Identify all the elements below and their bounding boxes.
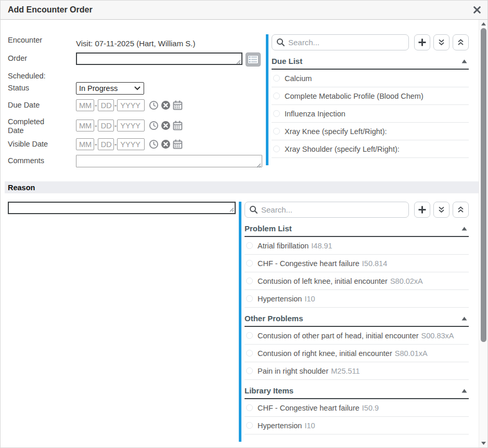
- list-item[interactable]: Contusion of right knee, initial encount…: [245, 345, 469, 362]
- collapse-all-icon: [457, 38, 465, 46]
- due-search-input[interactable]: [272, 34, 409, 50]
- list-item[interactable]: Complete Metabolic Profile (Blood Chem): [272, 87, 469, 105]
- collapse-section-icon[interactable]: [461, 389, 467, 393]
- scrollbar-thumb[interactable]: [481, 28, 486, 342]
- visible-date-clear-button[interactable]: [161, 139, 171, 149]
- radio-icon: [246, 242, 253, 249]
- section-header[interactable]: Problem List: [245, 222, 469, 237]
- encounter-label: Encounter: [8, 34, 76, 48]
- due-date-time-button[interactable]: [149, 100, 159, 110]
- close-button[interactable]: [472, 5, 482, 15]
- section-header[interactable]: Other Problems: [245, 312, 469, 327]
- item-text: Influenza Injection: [285, 110, 345, 118]
- clock-icon: [149, 100, 159, 110]
- list-item[interactable]: HypertensionI10: [245, 290, 469, 308]
- add-encounter-order-dialog: Add Encounter Order Encounter Visit: 07-…: [0, 0, 488, 448]
- add-icon: [418, 205, 427, 214]
- item-text: Calcium: [285, 74, 312, 83]
- completed-date-time-button[interactable]: [149, 121, 159, 130]
- reason-collapse-all-button[interactable]: [453, 202, 469, 218]
- problem-list-panel: Problem ListAtrial fibrillationI48.91CHF…: [239, 202, 469, 442]
- list-item[interactable]: Pain in right shoulderM25.511: [245, 362, 469, 380]
- scrollbar-up-icon[interactable]: [481, 22, 486, 25]
- radio-icon: [246, 367, 253, 374]
- due-list-panel: Due ListCalciumComplete Metabolic Profil…: [266, 34, 469, 165]
- item-code: S00.83xA: [421, 332, 454, 340]
- list-item[interactable]: CHF - Congestive heart failureI50.9: [245, 399, 469, 417]
- due-date-label: Due Date: [8, 99, 76, 111]
- due-date-dd-input[interactable]: [98, 99, 114, 111]
- due-search-box: [272, 34, 409, 50]
- radio-icon: [273, 128, 280, 135]
- visible-date-dd-input[interactable]: [98, 138, 114, 150]
- item-text: CHF - Congestive heart failure: [258, 404, 359, 412]
- item-text: Xray Knee (specify Left/Right):: [285, 127, 387, 136]
- date-separator: -: [95, 122, 97, 130]
- reason-search-input[interactable]: [245, 202, 409, 218]
- visible-date-mm-input[interactable]: [76, 138, 94, 150]
- due-date-clear-button[interactable]: [161, 100, 171, 110]
- order-input[interactable]: [76, 52, 242, 65]
- list-item[interactable]: Influenza Injection: [272, 105, 469, 123]
- list-item[interactable]: Atrial fibrillationI48.91: [245, 237, 469, 255]
- dialog-titlebar: Add Encounter Order: [1, 1, 487, 20]
- scrollbar-down-icon[interactable]: [481, 442, 486, 445]
- clock-icon: [149, 139, 159, 149]
- due-date-calendar-button[interactable]: [173, 100, 183, 110]
- visible-date-time-button[interactable]: [149, 139, 159, 149]
- visible-date-calendar-button[interactable]: [173, 139, 183, 149]
- comments-input[interactable]: [76, 155, 262, 167]
- item-code: I50.814: [362, 259, 387, 268]
- reason-input[interactable]: [8, 202, 236, 214]
- clear-icon: [161, 100, 171, 110]
- due-collapse-all-button[interactable]: [453, 34, 469, 50]
- item-code: S80.01xA: [395, 349, 428, 358]
- due-date-group: - -: [76, 99, 183, 111]
- list-item[interactable]: Contusion of left knee, initial encounte…: [245, 272, 469, 290]
- list-item[interactable]: HypertensionI10: [245, 417, 469, 434]
- collapse-section-icon[interactable]: [461, 59, 467, 63]
- expand-all-icon: [438, 206, 445, 214]
- visible-date-yyyy-input[interactable]: [117, 138, 145, 150]
- item-text: Xray Shoulder (specify Left/Right):: [285, 145, 400, 153]
- list-item[interactable]: Contusion of other part of head, initial…: [245, 327, 469, 345]
- reason-expand-all-button[interactable]: [433, 202, 450, 218]
- item-text: Complete Metabolic Profile (Blood Chem): [285, 92, 423, 100]
- completed-date-yyyy-input[interactable]: [117, 120, 145, 131]
- section-header[interactable]: Due List: [272, 55, 469, 70]
- radio-icon: [246, 404, 253, 411]
- list-item[interactable]: Xray Knee (specify Left/Right):: [272, 123, 469, 140]
- item-text: Contusion of left knee, initial encounte…: [258, 277, 388, 285]
- completed-date-calendar-button[interactable]: [173, 121, 183, 130]
- section-header[interactable]: Library Items: [245, 385, 469, 399]
- due-date-yyyy-input[interactable]: [117, 99, 145, 111]
- due-date-mm-input[interactable]: [76, 99, 94, 111]
- search-icon: [249, 205, 258, 214]
- scrollbar[interactable]: [479, 20, 487, 447]
- completed-date-mm-input[interactable]: [76, 120, 94, 131]
- dialog-body: Encounter Visit: 07-11-2025 (Hart, Willi…: [1, 20, 479, 447]
- collapse-section-icon[interactable]: [461, 317, 467, 321]
- item-text: Pain in right shoulder: [258, 367, 328, 375]
- list-item[interactable]: CHF - Congestive heart failureI50.814: [245, 255, 469, 272]
- item-text: Atrial fibrillation: [258, 242, 309, 250]
- completed-date-dd-input[interactable]: [98, 120, 114, 131]
- order-lookup-button[interactable]: [246, 52, 261, 67]
- due-expand-all-button[interactable]: [433, 34, 450, 50]
- radio-icon: [273, 110, 280, 117]
- status-select[interactable]: In Progress: [76, 82, 144, 95]
- clear-icon: [161, 121, 171, 130]
- visible-date-group: - -: [76, 138, 183, 150]
- list-item[interactable]: Xray Shoulder (specify Left/Right):: [272, 140, 469, 158]
- due-add-button[interactable]: [414, 34, 430, 50]
- item-code: M25.511: [331, 367, 359, 375]
- list-item[interactable]: Calcium: [272, 70, 469, 87]
- reason-add-button[interactable]: [414, 202, 430, 218]
- collapse-section-icon[interactable]: [461, 227, 467, 231]
- completed-date-clear-button[interactable]: [161, 121, 171, 130]
- dialog-title: Add Encounter Order: [8, 5, 472, 15]
- list-icon: [248, 55, 259, 64]
- expand-all-icon: [438, 38, 445, 46]
- order-form: Encounter Visit: 07-11-2025 (Hart, Willi…: [1, 34, 266, 174]
- reason-form: [1, 202, 239, 216]
